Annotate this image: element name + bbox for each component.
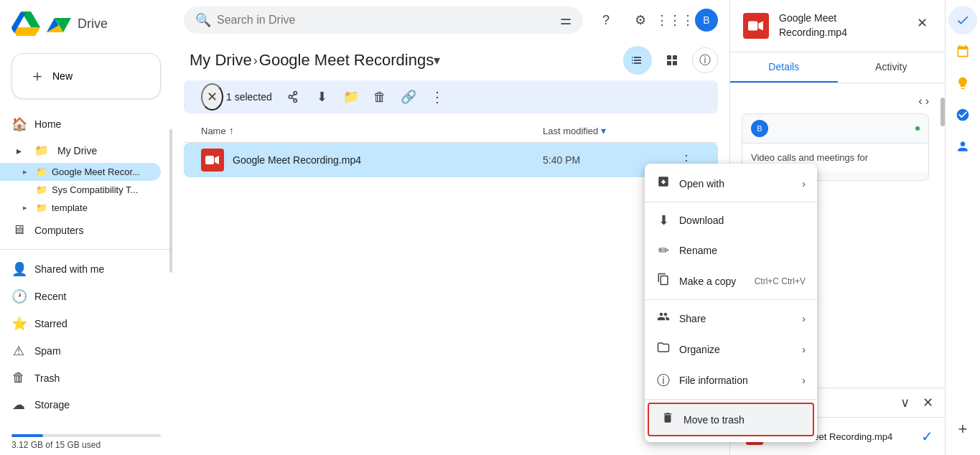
link-toolbar-button[interactable]: 🔗 [396, 84, 421, 110]
panel-tab-activity[interactable]: Activity [838, 52, 946, 83]
breadcrumb-row: My Drive › Google Meet Recordings ▾ [172, 40, 729, 80]
panel-scrollbar-track [941, 83, 945, 388]
breadcrumb-dropdown-icon[interactable]: ▾ [434, 52, 440, 68]
mydrive-folder-icon: 📁 [34, 144, 49, 157]
side-icon-tasks[interactable] [948, 100, 977, 129]
breadcrumb-current[interactable]: Google Meet Recordings [259, 51, 434, 70]
menu-copy-shortcut: Ctrl+C Ctrl+V [755, 276, 806, 286]
side-icon-calendar[interactable] [948, 37, 977, 66]
col-modified-header[interactable]: Last modified ▾ [543, 125, 672, 136]
selected-count: 1 selected [226, 91, 272, 103]
menu-download-label: Download [679, 215, 806, 226]
menu-open-with-label: Open with [679, 178, 793, 189]
expand-arrow-template: ▸ [23, 203, 32, 212]
file-info-icon: ⓘ [656, 372, 671, 389]
app-logo: Drive [0, 6, 172, 47]
sidebar-item-mydrive[interactable]: ▸ 📁 My Drive [0, 138, 161, 163]
sidebar-item-sys-compat[interactable]: 📁 Sys Compatibility T... [0, 181, 161, 199]
menu-divider-3 [645, 399, 817, 400]
sidebar-item-template[interactable]: ▸ 📁 template [0, 199, 161, 217]
menu-item-organize[interactable]: Organize › [645, 334, 817, 365]
home-icon: 🏠 [11, 116, 26, 132]
sidebar-item-storage[interactable]: ☁ Storage [0, 391, 161, 418]
share-toolbar-button[interactable] [281, 84, 307, 110]
menu-item-rename[interactable]: ✏ Rename [645, 235, 817, 266]
expand-arrow-icon: ▸ [23, 167, 32, 177]
user-avatar[interactable]: B [695, 9, 718, 32]
storage-text: 3.12 GB of 15 GB used [11, 440, 161, 449]
sidebar-item-google-meet-recordings[interactable]: ▸ 📁 Google Meet Recor... [0, 163, 161, 181]
menu-item-move-to-trash[interactable]: Move to trash [648, 403, 814, 436]
storage-icon: ☁ [11, 397, 26, 413]
sidebar-item-starred[interactable]: ⭐ Starred [0, 310, 161, 337]
info-button[interactable]: ⓘ [692, 47, 718, 73]
sidebar-item-spam[interactable]: ⚠ Spam [0, 337, 161, 365]
menu-divider-1 [645, 202, 817, 202]
menu-rename-label: Rename [679, 245, 806, 256]
sidebar-item-recent[interactable]: 🕐 Recent [0, 283, 161, 310]
col-name-header[interactable]: Name ↑ [201, 125, 543, 136]
new-button[interactable]: ＋ New [11, 53, 161, 99]
deselect-button[interactable]: ✕ [201, 83, 223, 111]
starred-icon: ⭐ [11, 316, 26, 332]
folder-icon-template: 📁 [36, 202, 47, 213]
menu-item-download[interactable]: ⬇ Download [645, 205, 817, 235]
menu-item-open-with[interactable]: Open with › [645, 168, 817, 199]
search-input[interactable] [217, 14, 554, 27]
panel-file-icon [742, 11, 770, 40]
panel-close-button[interactable]: ✕ [910, 11, 933, 34]
open-with-icon [656, 175, 671, 192]
side-icon-checklist[interactable] [948, 6, 977, 34]
side-icon-contacts[interactable] [948, 132, 977, 161]
panel-user-avatar: B [751, 120, 768, 137]
panel-header: Google Meet Recording.mp4 ✕ [730, 0, 945, 52]
open-with-arrow: › [802, 178, 806, 189]
sidebar-item-recent-label: Recent [34, 291, 66, 302]
settings-button[interactable]: ⚙ [626, 6, 655, 34]
list-view-icon [631, 54, 644, 67]
recent-icon: 🕐 [11, 289, 26, 304]
mydrive-icon: ▸ [11, 145, 26, 156]
sidebar-item-home[interactable]: 🏠 Home [0, 111, 161, 138]
svg-rect-7 [673, 55, 677, 60]
panel-tab-details[interactable]: Details [730, 52, 838, 83]
menu-item-file-info[interactable]: ⓘ File information › [645, 365, 817, 396]
menu-divider-2 [645, 299, 817, 300]
topbar-right: ? ⚙ ⋮⋮⋮ B [592, 6, 718, 34]
delete-toolbar-button[interactable]: 🗑 [367, 84, 393, 110]
sidebar-item-spam-label: Spam [34, 345, 61, 357]
panel-footer-check-icon: ✓ [921, 428, 933, 445]
storage-bar-fill [11, 434, 43, 437]
side-icon-keep[interactable] [948, 69, 977, 98]
apps-button[interactable]: ⋮⋮⋮ [661, 6, 689, 34]
menu-item-make-copy[interactable]: Make a copy Ctrl+C Ctrl+V [645, 266, 817, 296]
list-view-button[interactable] [623, 46, 652, 75]
panel-prev-button[interactable]: ‹ [918, 95, 922, 108]
panel-next-button[interactable]: › [925, 95, 929, 108]
context-menu: Open with › ⬇ Download ✏ Rename Make a c… [645, 164, 817, 442]
share-icon [287, 90, 300, 103]
panel-close-bottom-button[interactable]: ✕ [916, 391, 939, 414]
menu-item-share[interactable]: Share › [645, 303, 817, 334]
panel-scroll-down-button[interactable]: ∨ [893, 391, 916, 414]
file-row[interactable]: Google Meet Recording.mp4 5:40 PM ⋮ [184, 143, 718, 177]
grid-view-button[interactable] [658, 46, 686, 75]
menu-organize-label: Organize [679, 344, 793, 355]
share-arrow: › [802, 313, 806, 324]
sidebar-item-shared[interactable]: 👤 Shared with me [0, 255, 161, 283]
sidebar: Drive ＋ New 🏠 Home ▸ 📁 My Drive ▸ [0, 0, 172, 455]
more-toolbar-button[interactable]: ⋮ [424, 84, 450, 110]
search-options-icon[interactable]: ⚌ [560, 12, 571, 28]
sidebar-item-trash[interactable]: 🗑 Trash [0, 365, 161, 391]
topbar: 🔍 ⚌ ? ⚙ ⋮⋮⋮ B [172, 0, 729, 40]
svg-rect-10 [205, 156, 214, 164]
computers-icon: 🖥 [11, 222, 26, 238]
move-toolbar-button[interactable]: 📁 [338, 84, 364, 110]
sidebar-item-computers[interactable]: 🖥 Computers [0, 217, 161, 243]
svg-rect-8 [667, 61, 671, 65]
nav-scroll-area: 🏠 Home ▸ 📁 My Drive ▸ 📁 Google Meet Reco… [0, 111, 172, 449]
download-toolbar-button[interactable]: ⬇ [309, 84, 335, 110]
breadcrumb-parent[interactable]: My Drive [190, 51, 252, 70]
help-support-button[interactable]: ? [592, 6, 620, 34]
side-icon-add[interactable]: + [948, 415, 977, 444]
